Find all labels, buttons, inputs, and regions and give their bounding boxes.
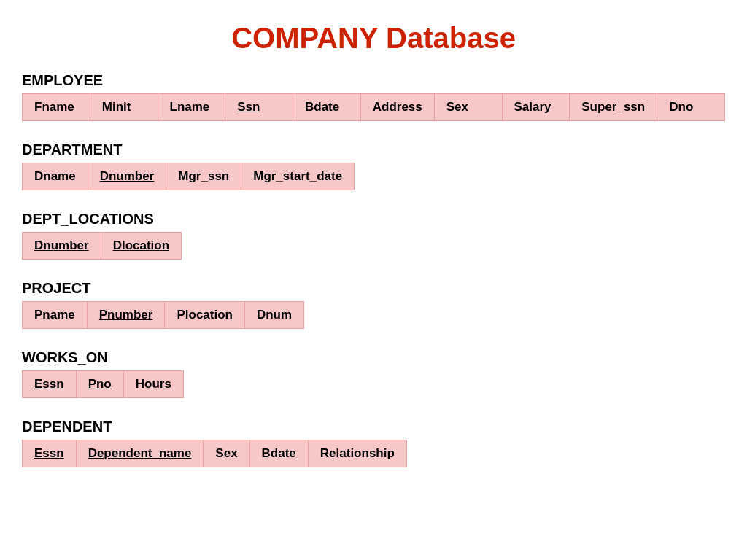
table-row-works_on: EssnPnoHours — [22, 370, 184, 398]
cell-pno: Pno — [77, 371, 124, 397]
table-row-dependent: EssnDependent_nameSexBdateRelationship — [22, 440, 407, 467]
page-title: COMPANY Database — [22, 15, 725, 55]
section-dept_locations: DEPT_LOCATIONSDnumberDlocation — [22, 211, 725, 260]
cell-hours: Hours — [124, 371, 183, 397]
cell-dependent_name: Dependent_name — [77, 440, 204, 467]
cell-dnum: Dnum — [245, 302, 303, 328]
cell-bdate: Bdate — [250, 440, 309, 467]
cell-essn: Essn — [23, 440, 77, 467]
cell-sex: Sex — [435, 94, 503, 120]
section-employee: EMPLOYEEFnameMinitLnameSsnBdateAddressSe… — [22, 72, 725, 121]
table-row-dept_locations: DnumberDlocation — [22, 232, 182, 260]
cell-lname: Lname — [158, 94, 226, 120]
section-title-dependent: DEPENDENT — [22, 419, 725, 435]
cell-bdate: Bdate — [293, 94, 361, 120]
cell-pname: Pname — [23, 302, 88, 328]
cell-mgr_ssn: Mgr_ssn — [166, 163, 241, 190]
cell-essn: Essn — [23, 371, 77, 397]
cell-mgr_start_date: Mgr_start_date — [241, 163, 354, 190]
table-row-employee: FnameMinitLnameSsnBdateAddressSexSalaryS… — [22, 93, 725, 121]
cell-super_ssn: Super_ssn — [570, 94, 657, 120]
section-title-project: PROJECT — [22, 280, 725, 297]
cell-relationship: Relationship — [309, 440, 406, 467]
cell-dno: Dno — [657, 94, 724, 120]
cell-dlocation: Dlocation — [101, 233, 181, 259]
section-title-dept_locations: DEPT_LOCATIONS — [22, 211, 725, 228]
table-row-project: PnamePnumberPlocationDnum — [22, 301, 304, 329]
cell-salary: Salary — [503, 94, 570, 120]
section-department: DEPARTMENTDnameDnumberMgr_ssnMgr_start_d… — [22, 141, 725, 190]
section-title-employee: EMPLOYEE — [22, 72, 725, 89]
section-dependent: DEPENDENTEssnDependent_nameSexBdateRelat… — [22, 419, 725, 467]
cell-fname: Fname — [23, 94, 90, 120]
cell-plocation: Plocation — [165, 302, 245, 328]
section-works_on: WORKS_ONEssnPnoHours — [22, 349, 725, 398]
cell-address: Address — [361, 94, 435, 120]
section-title-department: DEPARTMENT — [22, 141, 725, 158]
cell-dnumber: Dnumber — [88, 163, 167, 190]
section-project: PROJECTPnamePnumberPlocationDnum — [22, 280, 725, 329]
cell-sex: Sex — [204, 440, 249, 467]
cell-dname: Dname — [23, 163, 88, 190]
cell-pnumber: Pnumber — [88, 302, 166, 328]
section-title-works_on: WORKS_ON — [22, 349, 725, 366]
cell-dnumber: Dnumber — [23, 233, 101, 259]
cell-minit: Minit — [90, 94, 158, 120]
table-row-department: DnameDnumberMgr_ssnMgr_start_date — [22, 163, 355, 190]
cell-ssn: Ssn — [225, 94, 293, 120]
